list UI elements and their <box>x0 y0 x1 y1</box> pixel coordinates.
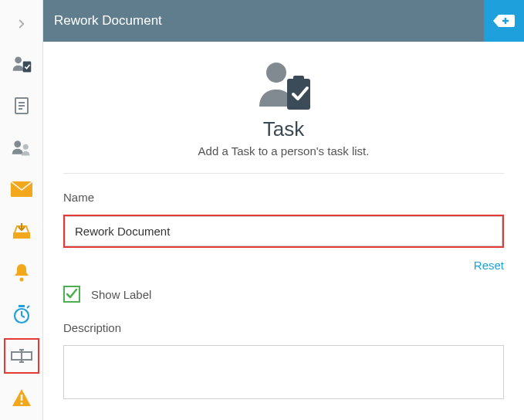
document-icon <box>12 97 31 115</box>
nav-users[interactable] <box>4 130 39 165</box>
text-field-icon <box>11 349 32 363</box>
nav-inbox[interactable] <box>4 213 39 249</box>
svg-rect-13 <box>19 305 25 307</box>
warning-icon <box>12 388 32 407</box>
panel-title: Rework Document <box>54 13 162 29</box>
svg-point-6 <box>14 141 21 147</box>
bell-icon <box>13 262 30 283</box>
inbox-icon <box>12 222 32 240</box>
show-label-checkbox[interactable] <box>63 286 80 303</box>
svg-point-0 <box>15 56 22 63</box>
divider <box>63 173 504 174</box>
reset-link[interactable]: Reset <box>474 259 504 272</box>
svg-rect-25 <box>293 76 304 82</box>
name-label: Name <box>63 191 504 204</box>
main-panel: Rework Document Task Add a Task to a p <box>43 0 524 420</box>
person-clipboard-icon <box>11 53 32 75</box>
chevron-right-icon <box>15 17 29 31</box>
show-label-text: Show Label <box>91 288 151 301</box>
svg-rect-24 <box>287 79 310 110</box>
svg-line-14 <box>27 306 29 308</box>
svg-line-12 <box>22 316 25 317</box>
mail-icon <box>11 181 32 197</box>
svg-point-7 <box>22 144 28 150</box>
users-icon <box>11 138 32 157</box>
nav-warning[interactable] <box>4 380 39 415</box>
nav-mail[interactable] <box>4 171 39 207</box>
hero-subtitle: Add a Task to a person's task list. <box>63 144 504 158</box>
svg-rect-1 <box>22 62 31 73</box>
panel-content: Task Add a Task to a person's task list.… <box>43 42 524 420</box>
hero-title: Task <box>63 117 504 141</box>
nav-notifications[interactable] <box>4 255 39 290</box>
description-input[interactable] <box>63 345 504 399</box>
timer-icon <box>12 304 32 324</box>
nav-person-check[interactable] <box>4 46 39 82</box>
tag-plus-icon <box>492 13 516 29</box>
svg-point-9 <box>19 278 23 282</box>
nav-timer[interactable] <box>4 296 39 332</box>
description-label: Description <box>63 321 504 334</box>
name-input-highlight <box>63 215 504 248</box>
show-label-row: Show Label <box>63 286 504 303</box>
svg-point-20 <box>20 402 22 405</box>
name-input[interactable] <box>65 216 502 246</box>
hero-section: Task Add a Task to a person's task list. <box>63 59 504 158</box>
task-hero-icon <box>253 59 315 113</box>
left-nav-rail <box>0 0 43 420</box>
svg-point-23 <box>266 63 286 83</box>
nav-rename-field[interactable] <box>4 338 39 374</box>
nav-document[interactable] <box>4 88 39 124</box>
expand-rail-button[interactable] <box>4 8 39 40</box>
panel-header: Rework Document <box>43 0 524 42</box>
check-icon <box>66 288 78 300</box>
add-item-button[interactable] <box>484 0 524 42</box>
